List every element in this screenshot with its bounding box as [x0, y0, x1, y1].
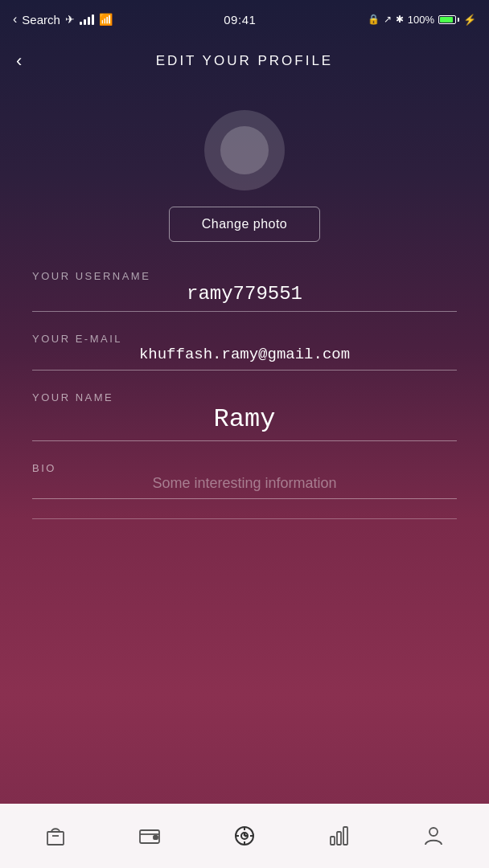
nav-activity[interactable]: [220, 812, 269, 860]
battery-icon: [438, 15, 459, 24]
nav-wallet[interactable]: [125, 812, 174, 860]
nav-profile[interactable]: [409, 812, 458, 860]
airplane-icon: ✈: [65, 13, 75, 26]
nav-stats[interactable]: [315, 812, 364, 860]
bio-field-group: BIO Some interesting information: [32, 461, 457, 499]
page-header: ‹ EDIT YOUR PROFILE: [0, 39, 489, 84]
svg-point-15: [429, 828, 438, 836]
svg-rect-13: [337, 832, 341, 845]
charging-icon: ⚡: [463, 14, 476, 26]
email-field-group: YOUR E-MAIL khuffash.ramy@gmail.com: [32, 331, 457, 371]
profile-icon: [421, 824, 446, 848]
stats-icon: [327, 824, 351, 848]
wifi-icon: 📶: [99, 13, 113, 26]
extra-field-divider: [32, 518, 457, 519]
shop-icon: [43, 824, 68, 848]
username-value[interactable]: ramy779551: [32, 283, 457, 312]
activity-icon: [232, 824, 257, 848]
status-search-label: Search: [22, 13, 60, 27]
svg-rect-12: [331, 837, 335, 845]
username-field-group: YOUR USERNAME ramy779551: [32, 268, 457, 312]
avatar-section: Change photo: [0, 84, 489, 260]
profile-form: YOUR USERNAME ramy779551 YOUR E-MAIL khu…: [0, 260, 489, 804]
name-field-group: YOUR NAME Ramy: [32, 390, 457, 441]
bottom-nav: [0, 804, 489, 868]
status-bar-left: ‹ Search ✈ 📶: [13, 12, 113, 27]
back-arrow-status: ‹: [13, 12, 17, 27]
svg-rect-3: [154, 836, 158, 839]
change-photo-button[interactable]: Change photo: [169, 207, 321, 242]
avatar-placeholder: [220, 126, 269, 174]
page-title: EDIT YOUR PROFILE: [156, 53, 333, 69]
location-icon: ↗: [384, 14, 392, 25]
avatar: [204, 110, 285, 190]
bio-value[interactable]: Some interesting information: [32, 475, 457, 499]
svg-rect-14: [343, 827, 347, 845]
name-value[interactable]: Ramy: [32, 404, 457, 441]
email-value[interactable]: khuffash.ramy@gmail.com: [32, 346, 457, 371]
nav-shop[interactable]: [31, 812, 80, 860]
name-label: YOUR NAME: [32, 391, 113, 403]
battery-label: 100%: [408, 14, 434, 26]
lock-icon: 🔒: [368, 14, 380, 25]
bio-label: BIO: [32, 462, 56, 474]
status-bar: ‹ Search ✈ 📶 09:41 🔒 ↗ ✱ 100% ⚡: [0, 0, 489, 39]
back-button[interactable]: ‹: [16, 52, 22, 70]
bluetooth-icon: ✱: [396, 14, 404, 25]
signal-icon: [80, 14, 94, 25]
status-time: 09:41: [224, 13, 256, 27]
email-label: YOUR E-MAIL: [32, 333, 122, 345]
wallet-icon: [138, 824, 162, 848]
status-bar-right: 🔒 ↗ ✱ 100% ⚡: [368, 14, 476, 26]
username-label: YOUR USERNAME: [32, 270, 150, 282]
svg-rect-0: [47, 832, 64, 845]
